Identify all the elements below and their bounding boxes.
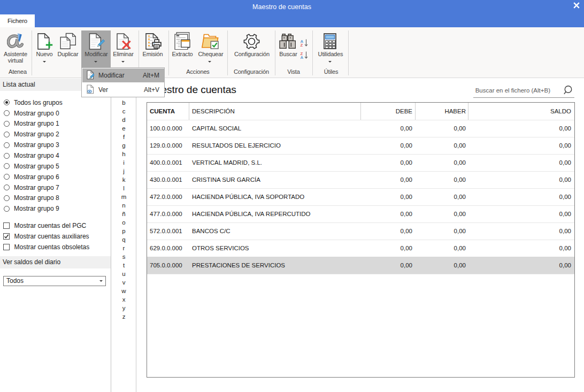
svg-text:A: A [301, 55, 304, 60]
svg-text:Z: Z [301, 43, 303, 48]
